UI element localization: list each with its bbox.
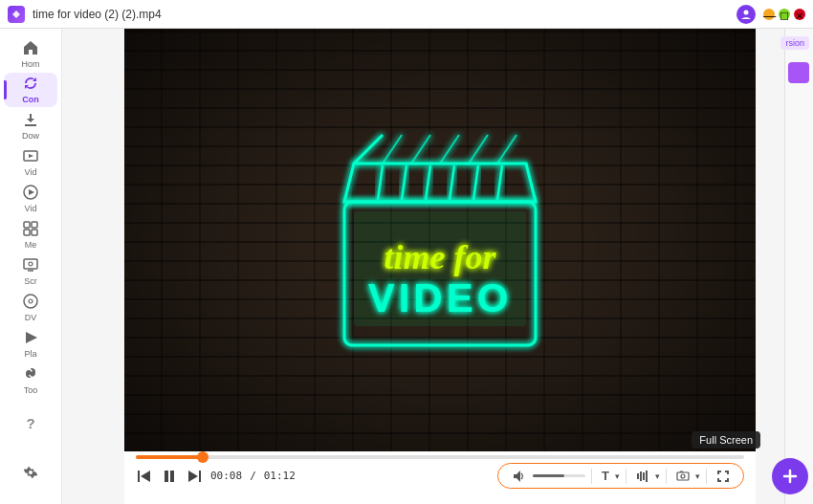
svg-line-17: [473, 165, 478, 200]
progress-thumb[interactable]: [197, 451, 209, 463]
volume-control: [508, 468, 585, 485]
tools-icon: [21, 364, 40, 383]
sidebar-video-label: Vid: [25, 168, 37, 178]
settings-icon: [21, 463, 40, 482]
audio-button[interactable]: [632, 468, 653, 485]
svg-rect-5: [24, 230, 30, 235]
sidebar-item-play[interactable]: Pla: [4, 326, 57, 361]
neon-sign-container: time for VIDEO: [306, 116, 574, 364]
screenshot-button[interactable]: [672, 468, 693, 485]
sidebar-item-video-edit[interactable]: Vid: [4, 145, 57, 180]
total-time: 01:12: [264, 470, 296, 482]
svg-rect-33: [170, 471, 174, 482]
screenshot-chevron-icon: ▾: [695, 471, 700, 481]
progress-row: [136, 455, 744, 459]
screen-icon: [21, 255, 40, 274]
svg-rect-32: [165, 471, 168, 482]
home-icon: [21, 38, 40, 57]
svg-marker-35: [188, 471, 198, 482]
svg-text:VIDEO: VIDEO: [368, 275, 513, 320]
sidebar-settings[interactable]: [4, 449, 57, 496]
minimize-button[interactable]: —: [763, 9, 775, 20]
svg-rect-36: [637, 473, 639, 479]
svg-point-8: [29, 262, 33, 266]
title-bar: time for video (2) (2).mp4 — □ ×: [0, 0, 813, 29]
controls-row: 00:08 / 01:12: [136, 463, 744, 489]
sidebar-item-screen[interactable]: Scr: [4, 253, 57, 288]
svg-point-0: [744, 10, 749, 14]
controls-bar: 00:08 / 01:12: [124, 451, 756, 504]
convert-icon: [21, 74, 40, 93]
next-button[interactable]: [186, 468, 203, 485]
audio-chevron-icon: ▾: [655, 471, 660, 481]
svg-rect-37: [640, 471, 642, 481]
app-icon: [8, 6, 25, 23]
title-bar-left: time for video (2) (2).mp4: [8, 6, 162, 23]
svg-rect-30: [138, 471, 140, 482]
controls-right: T ▾ ▾: [497, 463, 744, 489]
sidebar-item-tools[interactable]: Too: [4, 362, 57, 397]
window-title: time for video (2) (2).mp4: [33, 8, 162, 21]
sidebar-item-video2[interactable]: Vid: [4, 182, 57, 216]
right-panel: rsion: [784, 29, 813, 504]
svg-line-24: [440, 135, 459, 164]
sidebar-item-home[interactable]: Hom: [4, 36, 57, 71]
svg-line-19: [354, 135, 383, 164]
neon-sign: time for VIDEO: [306, 116, 574, 364]
sidebar-bottom: ?: [4, 399, 57, 496]
sidebar-convert-label: Con: [22, 96, 39, 105]
video-player: time for VIDEO: [124, 29, 756, 504]
prev-button[interactable]: [136, 468, 153, 485]
divider-4: [706, 469, 707, 484]
divider-2: [626, 469, 626, 484]
fullscreen-tooltip: Full Screen: [692, 431, 760, 449]
caption-button[interactable]: T: [598, 467, 613, 485]
video-area[interactable]: time for VIDEO: [124, 29, 756, 451]
svg-point-41: [681, 474, 685, 478]
download-icon: [21, 110, 40, 129]
divider-1: [591, 469, 592, 484]
content-area: time for VIDEO: [62, 29, 784, 504]
sidebar-item-convert[interactable]: Con: [4, 73, 57, 107]
svg-line-26: [497, 135, 516, 164]
sidebar-video2-label: Vid: [25, 205, 37, 214]
sidebar-help[interactable]: ?: [4, 399, 57, 447]
progress-track[interactable]: [136, 455, 744, 459]
screenshot-group: ▾: [672, 468, 700, 485]
svg-point-10: [29, 299, 33, 303]
right-panel-button[interactable]: [788, 62, 809, 83]
divider-3: [666, 469, 667, 484]
svg-rect-39: [646, 471, 648, 482]
svg-line-18: [497, 165, 502, 200]
video-edit-icon: [21, 146, 40, 165]
sidebar-item-download[interactable]: Dow: [4, 109, 57, 143]
svg-rect-7: [24, 259, 37, 269]
sidebar: Hom Con Dow Vid Vid: [0, 29, 62, 504]
sidebar-item-dvd[interactable]: DV: [4, 290, 57, 324]
controls-left: 00:08 / 01:12: [136, 468, 296, 485]
audio-group: ▾: [632, 468, 660, 485]
help-icon: ?: [21, 413, 40, 432]
caption-group: T ▾: [598, 467, 620, 485]
volume-slider[interactable]: [533, 474, 585, 477]
purple-action-button[interactable]: [772, 458, 808, 494]
progress-fill: [136, 455, 203, 459]
video2-icon: [21, 183, 40, 202]
svg-rect-40: [677, 472, 689, 480]
svg-marker-12: [344, 164, 536, 202]
svg-rect-4: [32, 222, 37, 228]
profile-icon[interactable]: [736, 5, 756, 24]
caption-chevron-icon: ▾: [615, 471, 620, 481]
svg-rect-34: [199, 471, 201, 482]
svg-line-23: [411, 135, 430, 164]
svg-text:time for: time for: [385, 238, 497, 276]
svg-line-15: [426, 165, 430, 200]
volume-button[interactable]: [508, 468, 529, 485]
sidebar-item-merge[interactable]: Me: [4, 218, 57, 252]
pause-button[interactable]: [161, 468, 178, 485]
play-icon: [21, 328, 40, 347]
fullscreen-button[interactable]: [713, 468, 734, 485]
maximize-button[interactable]: □: [779, 9, 790, 20]
close-button[interactable]: ×: [794, 9, 805, 20]
sidebar-play-label: Pla: [24, 350, 36, 360]
